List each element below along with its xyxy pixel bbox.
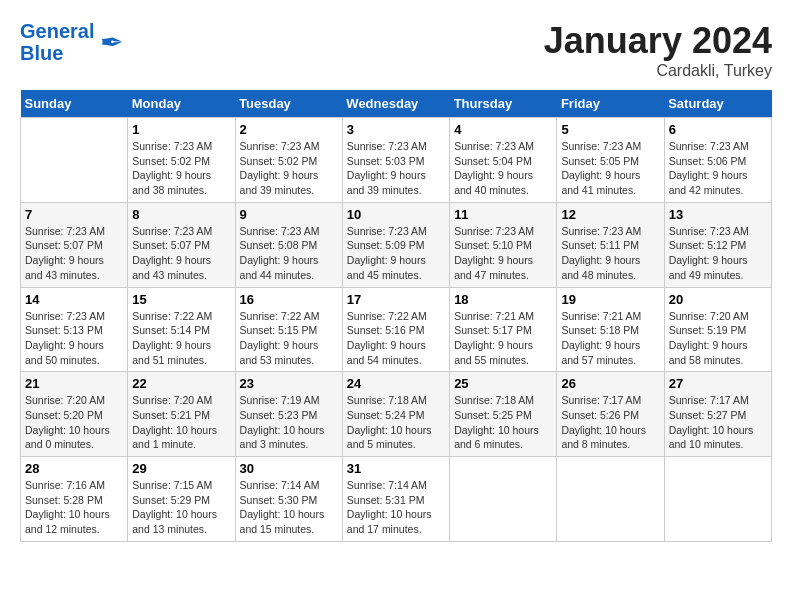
day-number: 6 <box>669 122 767 137</box>
day-info: Sunrise: 7:23 AM Sunset: 5:02 PM Dayligh… <box>240 139 338 198</box>
day-cell <box>21 118 128 203</box>
day-cell: 24Sunrise: 7:18 AM Sunset: 5:24 PM Dayli… <box>342 372 449 457</box>
day-number: 15 <box>132 292 230 307</box>
day-info: Sunrise: 7:19 AM Sunset: 5:23 PM Dayligh… <box>240 393 338 452</box>
day-number: 29 <box>132 461 230 476</box>
header-saturday: Saturday <box>664 90 771 118</box>
day-cell: 21Sunrise: 7:20 AM Sunset: 5:20 PM Dayli… <box>21 372 128 457</box>
day-info: Sunrise: 7:22 AM Sunset: 5:14 PM Dayligh… <box>132 309 230 368</box>
day-number: 10 <box>347 207 445 222</box>
week-row-1: 1Sunrise: 7:23 AM Sunset: 5:02 PM Daylig… <box>21 118 772 203</box>
header-wednesday: Wednesday <box>342 90 449 118</box>
day-cell: 7Sunrise: 7:23 AM Sunset: 5:07 PM Daylig… <box>21 202 128 287</box>
day-info: Sunrise: 7:22 AM Sunset: 5:15 PM Dayligh… <box>240 309 338 368</box>
day-cell: 26Sunrise: 7:17 AM Sunset: 5:26 PM Dayli… <box>557 372 664 457</box>
day-number: 8 <box>132 207 230 222</box>
day-cell: 31Sunrise: 7:14 AM Sunset: 5:31 PM Dayli… <box>342 457 449 542</box>
day-info: Sunrise: 7:20 AM Sunset: 5:20 PM Dayligh… <box>25 393 123 452</box>
day-number: 16 <box>240 292 338 307</box>
day-info: Sunrise: 7:20 AM Sunset: 5:19 PM Dayligh… <box>669 309 767 368</box>
day-number: 1 <box>132 122 230 137</box>
location: Cardakli, Turkey <box>544 62 772 80</box>
day-info: Sunrise: 7:23 AM Sunset: 5:03 PM Dayligh… <box>347 139 445 198</box>
day-cell: 30Sunrise: 7:14 AM Sunset: 5:30 PM Dayli… <box>235 457 342 542</box>
day-cell: 28Sunrise: 7:16 AM Sunset: 5:28 PM Dayli… <box>21 457 128 542</box>
title-block: January 2024 Cardakli, Turkey <box>544 20 772 80</box>
day-info: Sunrise: 7:23 AM Sunset: 5:04 PM Dayligh… <box>454 139 552 198</box>
day-cell: 5Sunrise: 7:23 AM Sunset: 5:05 PM Daylig… <box>557 118 664 203</box>
week-row-4: 21Sunrise: 7:20 AM Sunset: 5:20 PM Dayli… <box>21 372 772 457</box>
header-sunday: Sunday <box>21 90 128 118</box>
day-number: 13 <box>669 207 767 222</box>
day-number: 30 <box>240 461 338 476</box>
day-number: 26 <box>561 376 659 391</box>
day-cell: 25Sunrise: 7:18 AM Sunset: 5:25 PM Dayli… <box>450 372 557 457</box>
week-row-3: 14Sunrise: 7:23 AM Sunset: 5:13 PM Dayli… <box>21 287 772 372</box>
day-info: Sunrise: 7:21 AM Sunset: 5:17 PM Dayligh… <box>454 309 552 368</box>
day-number: 28 <box>25 461 123 476</box>
day-cell: 15Sunrise: 7:22 AM Sunset: 5:14 PM Dayli… <box>128 287 235 372</box>
day-cell: 13Sunrise: 7:23 AM Sunset: 5:12 PM Dayli… <box>664 202 771 287</box>
day-info: Sunrise: 7:23 AM Sunset: 5:13 PM Dayligh… <box>25 309 123 368</box>
day-info: Sunrise: 7:18 AM Sunset: 5:24 PM Dayligh… <box>347 393 445 452</box>
day-info: Sunrise: 7:20 AM Sunset: 5:21 PM Dayligh… <box>132 393 230 452</box>
day-info: Sunrise: 7:17 AM Sunset: 5:26 PM Dayligh… <box>561 393 659 452</box>
day-number: 12 <box>561 207 659 222</box>
day-cell <box>450 457 557 542</box>
day-number: 23 <box>240 376 338 391</box>
day-number: 20 <box>669 292 767 307</box>
day-cell: 1Sunrise: 7:23 AM Sunset: 5:02 PM Daylig… <box>128 118 235 203</box>
day-cell: 10Sunrise: 7:23 AM Sunset: 5:09 PM Dayli… <box>342 202 449 287</box>
day-cell <box>557 457 664 542</box>
day-number: 3 <box>347 122 445 137</box>
day-number: 14 <box>25 292 123 307</box>
day-info: Sunrise: 7:23 AM Sunset: 5:11 PM Dayligh… <box>561 224 659 283</box>
day-info: Sunrise: 7:23 AM Sunset: 5:07 PM Dayligh… <box>25 224 123 283</box>
day-number: 9 <box>240 207 338 222</box>
day-info: Sunrise: 7:14 AM Sunset: 5:31 PM Dayligh… <box>347 478 445 537</box>
header-friday: Friday <box>557 90 664 118</box>
day-info: Sunrise: 7:22 AM Sunset: 5:16 PM Dayligh… <box>347 309 445 368</box>
day-number: 22 <box>132 376 230 391</box>
logo-general: General <box>20 20 94 42</box>
day-cell: 3Sunrise: 7:23 AM Sunset: 5:03 PM Daylig… <box>342 118 449 203</box>
day-info: Sunrise: 7:17 AM Sunset: 5:27 PM Dayligh… <box>669 393 767 452</box>
day-number: 4 <box>454 122 552 137</box>
logo-bird-icon: ✒ <box>100 26 123 59</box>
day-info: Sunrise: 7:21 AM Sunset: 5:18 PM Dayligh… <box>561 309 659 368</box>
day-number: 27 <box>669 376 767 391</box>
day-cell: 2Sunrise: 7:23 AM Sunset: 5:02 PM Daylig… <box>235 118 342 203</box>
day-cell: 14Sunrise: 7:23 AM Sunset: 5:13 PM Dayli… <box>21 287 128 372</box>
day-number: 11 <box>454 207 552 222</box>
day-info: Sunrise: 7:14 AM Sunset: 5:30 PM Dayligh… <box>240 478 338 537</box>
day-cell: 19Sunrise: 7:21 AM Sunset: 5:18 PM Dayli… <box>557 287 664 372</box>
day-cell: 9Sunrise: 7:23 AM Sunset: 5:08 PM Daylig… <box>235 202 342 287</box>
day-cell: 11Sunrise: 7:23 AM Sunset: 5:10 PM Dayli… <box>450 202 557 287</box>
logo: General Blue ✒ <box>20 20 123 64</box>
day-cell: 8Sunrise: 7:23 AM Sunset: 5:07 PM Daylig… <box>128 202 235 287</box>
day-cell <box>664 457 771 542</box>
day-info: Sunrise: 7:23 AM Sunset: 5:02 PM Dayligh… <box>132 139 230 198</box>
day-info: Sunrise: 7:23 AM Sunset: 5:12 PM Dayligh… <box>669 224 767 283</box>
page-header: General Blue ✒ January 2024 Cardakli, Tu… <box>20 20 772 80</box>
week-row-2: 7Sunrise: 7:23 AM Sunset: 5:07 PM Daylig… <box>21 202 772 287</box>
week-row-5: 28Sunrise: 7:16 AM Sunset: 5:28 PM Dayli… <box>21 457 772 542</box>
day-cell: 27Sunrise: 7:17 AM Sunset: 5:27 PM Dayli… <box>664 372 771 457</box>
day-info: Sunrise: 7:23 AM Sunset: 5:09 PM Dayligh… <box>347 224 445 283</box>
day-info: Sunrise: 7:23 AM Sunset: 5:06 PM Dayligh… <box>669 139 767 198</box>
calendar-header-row: SundayMondayTuesdayWednesdayThursdayFrid… <box>21 90 772 118</box>
day-info: Sunrise: 7:23 AM Sunset: 5:10 PM Dayligh… <box>454 224 552 283</box>
day-number: 17 <box>347 292 445 307</box>
day-cell: 20Sunrise: 7:20 AM Sunset: 5:19 PM Dayli… <box>664 287 771 372</box>
logo-blue: Blue <box>20 42 94 64</box>
day-cell: 22Sunrise: 7:20 AM Sunset: 5:21 PM Dayli… <box>128 372 235 457</box>
day-info: Sunrise: 7:23 AM Sunset: 5:07 PM Dayligh… <box>132 224 230 283</box>
day-info: Sunrise: 7:23 AM Sunset: 5:05 PM Dayligh… <box>561 139 659 198</box>
header-monday: Monday <box>128 90 235 118</box>
day-number: 24 <box>347 376 445 391</box>
day-number: 19 <box>561 292 659 307</box>
day-number: 21 <box>25 376 123 391</box>
header-thursday: Thursday <box>450 90 557 118</box>
day-cell: 16Sunrise: 7:22 AM Sunset: 5:15 PM Dayli… <box>235 287 342 372</box>
day-cell: 4Sunrise: 7:23 AM Sunset: 5:04 PM Daylig… <box>450 118 557 203</box>
